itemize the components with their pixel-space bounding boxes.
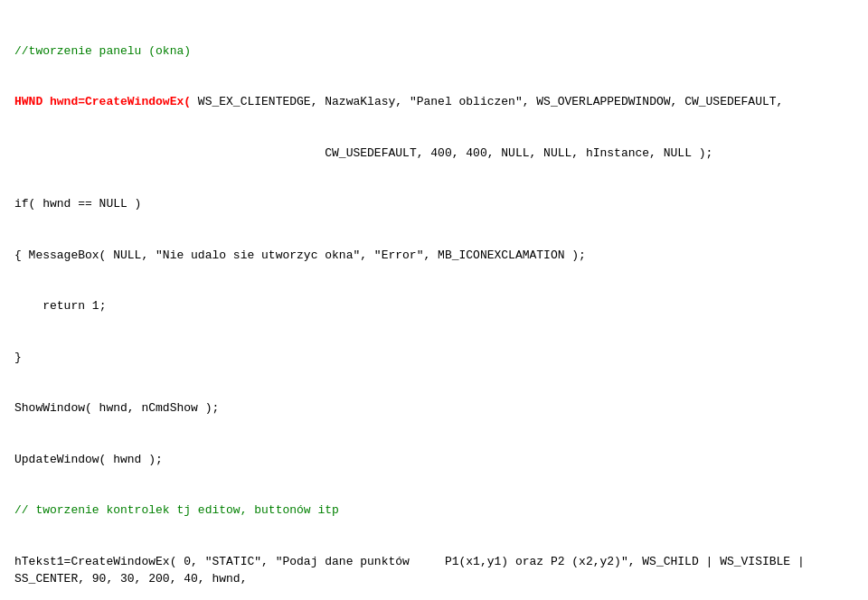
line-5: { MessageBox( NULL, "Nie udalo sie utwor… bbox=[14, 248, 854, 265]
line-10: // tworzenie kontrolek tj editow, button… bbox=[14, 502, 854, 520]
line-7: } bbox=[14, 350, 854, 367]
code-text: WS_EX_CLIENTEDGE, NazwaKlasy, "Panel obl… bbox=[191, 95, 783, 108]
line-11: hTekst1=CreateWindowEx( 0, "STATIC", "Po… bbox=[14, 554, 854, 588]
line-3: CW_USEDEFAULT, 400, 400, NULL, NULL, hIn… bbox=[14, 145, 854, 163]
keyword-hwnd: HWND hwnd=CreateWindowEx( bbox=[14, 95, 191, 108]
line-2: HWND hwnd=CreateWindowEx( WS_EX_CLIENTED… bbox=[14, 94, 854, 111]
line-9: UpdateWindow( hwnd ); bbox=[14, 452, 854, 469]
line-4: if( hwnd == NULL ) bbox=[14, 196, 854, 213]
line-8: ShowWindow( hwnd, nCmdShow ); bbox=[14, 400, 854, 417]
code-container: //tworzenie panelu (okna) HWND hwnd=Crea… bbox=[14, 9, 854, 600]
line-1: //tworzenie panelu (okna) bbox=[14, 43, 854, 61]
line-6: return 1; bbox=[14, 298, 854, 315]
